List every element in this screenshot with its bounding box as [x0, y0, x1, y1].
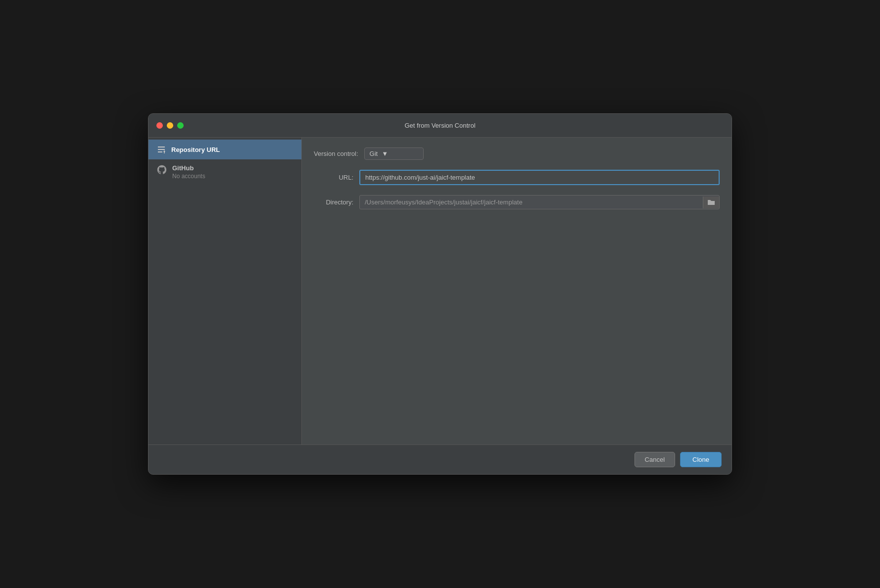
sidebar-item-github[interactable]: GitHub No accounts	[148, 159, 301, 185]
right-panel: Version control: Git ▼ URL: Directory:	[302, 138, 732, 444]
minimize-button[interactable]	[167, 122, 173, 129]
directory-browse-button[interactable]	[703, 196, 719, 208]
maximize-button[interactable]	[177, 122, 184, 129]
directory-row: Directory:	[314, 195, 720, 209]
repo-url-icon	[156, 145, 166, 154]
clone-button[interactable]: Clone	[680, 452, 722, 467]
url-input[interactable]	[359, 170, 720, 185]
dialog-title: Get from Version Control	[404, 122, 475, 129]
directory-input[interactable]	[360, 196, 703, 209]
url-label: URL:	[314, 174, 353, 181]
sidebar: Repository URL GitHub No accounts	[148, 138, 302, 444]
version-control-row: Version control: Git ▼	[314, 147, 720, 160]
version-control-dropdown[interactable]: Git ▼	[364, 147, 424, 160]
cancel-button[interactable]: Cancel	[635, 452, 675, 467]
version-control-value: Git	[370, 150, 378, 157]
sidebar-item-github-sublabel: No accounts	[172, 173, 205, 180]
footer: Cancel Clone	[148, 444, 732, 474]
github-icon	[156, 164, 167, 175]
main-content: Repository URL GitHub No accounts Versio…	[148, 138, 732, 444]
github-text-group: GitHub No accounts	[172, 164, 205, 180]
sidebar-item-repository-url[interactable]: Repository URL	[148, 140, 301, 159]
close-button[interactable]	[156, 122, 163, 129]
window-controls	[148, 122, 184, 129]
dropdown-arrow-icon: ▼	[382, 150, 388, 157]
dialog-window: Get from Version Control Repository URL	[148, 113, 732, 475]
sidebar-item-github-label: GitHub	[172, 164, 205, 172]
version-control-label: Version control:	[314, 150, 358, 157]
url-row: URL:	[314, 170, 720, 185]
directory-label: Directory:	[314, 198, 353, 206]
directory-input-wrap	[359, 195, 720, 209]
sidebar-item-repository-url-label: Repository URL	[171, 146, 220, 153]
title-bar: Get from Version Control	[148, 114, 732, 138]
